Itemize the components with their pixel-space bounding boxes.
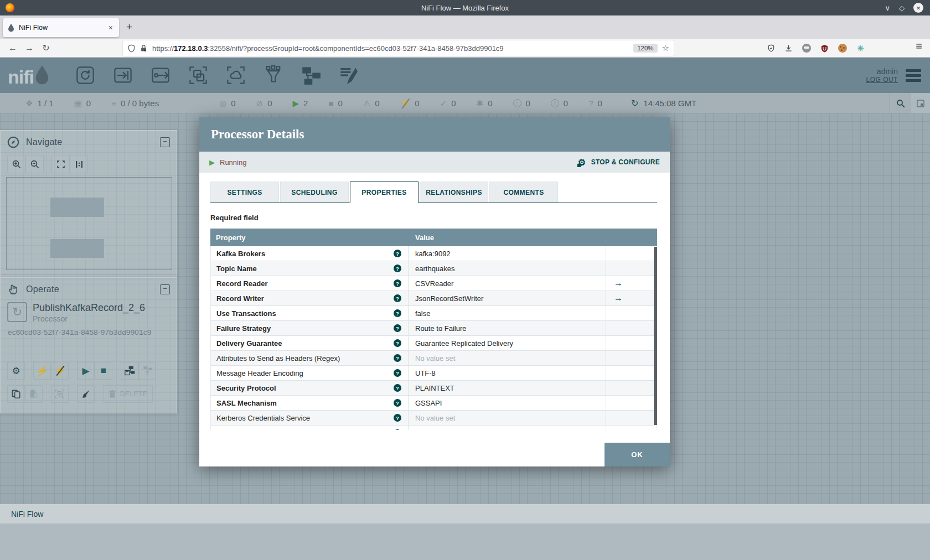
help-icon[interactable]: ? bbox=[394, 399, 401, 407]
back-button-icon[interactable]: ← bbox=[4, 43, 21, 53]
help-icon[interactable]: ? bbox=[394, 414, 401, 422]
help-icon[interactable]: ? bbox=[394, 265, 401, 272]
property-row[interactable]: Failure Strategy ? Route to Failure → bbox=[211, 321, 657, 336]
tab-label: SETTINGS bbox=[227, 189, 262, 196]
connection-lock-icon[interactable] bbox=[140, 44, 148, 53]
dialog-header: Processor Details bbox=[199, 117, 670, 152]
property-row[interactable]: Topic Name ? earthquakes → bbox=[211, 261, 657, 276]
zoom-level-badge[interactable]: 120% bbox=[633, 44, 657, 53]
downloads-icon[interactable] bbox=[784, 44, 793, 53]
help-icon[interactable]: ? bbox=[394, 294, 401, 302]
dialog-tabs: SETTINGS SCHEDULING PROPERTIES RELATIONS… bbox=[210, 182, 657, 203]
table-header: Property Value bbox=[210, 229, 657, 246]
tab-label: PROPERTIES bbox=[361, 189, 406, 196]
url-scheme: https:// bbox=[152, 44, 174, 53]
help-icon[interactable]: ? bbox=[394, 384, 401, 392]
new-tab-button[interactable]: + bbox=[126, 21, 132, 33]
reload-button-icon[interactable]: ↻ bbox=[38, 43, 54, 53]
property-value: CSVReader bbox=[415, 279, 453, 288]
dialog-tab[interactable]: SCHEDULING bbox=[280, 182, 349, 203]
help-icon[interactable]: ? bbox=[394, 429, 401, 431]
property-name: Record Writer bbox=[216, 294, 394, 303]
dialog-tab[interactable]: COMMENTS bbox=[489, 182, 558, 203]
property-row[interactable]: Record Reader ? CSVReader → bbox=[211, 276, 657, 291]
tracking-shield-icon[interactable] bbox=[127, 44, 136, 53]
minimize-button-icon[interactable]: ∨ bbox=[885, 4, 890, 12]
property-value: No value set bbox=[415, 414, 455, 422]
dialog-tab[interactable]: SETTINGS bbox=[210, 182, 279, 203]
run-status-label: Running bbox=[220, 158, 246, 167]
stop-configure-label: STOP & CONFIGURE bbox=[591, 158, 660, 166]
url-host: 172.18.0.3 bbox=[174, 44, 208, 53]
property-value: Route to Failure bbox=[415, 324, 467, 333]
goto-service-icon[interactable]: → bbox=[614, 278, 623, 288]
property-name: Kerberos Credentials Service bbox=[216, 414, 394, 422]
close-button-icon[interactable]: × bbox=[913, 3, 923, 13]
nifi-page: nifi bbox=[0, 58, 930, 560]
forward-button-icon[interactable]: → bbox=[21, 43, 38, 53]
property-row[interactable]: Message Header Encoding ? UTF-8 → bbox=[211, 366, 657, 381]
property-name: Kerberos Service Name bbox=[216, 429, 394, 430]
property-name: Kafka Brokers bbox=[216, 250, 394, 258]
property-name: Topic Name bbox=[216, 265, 394, 273]
tab-label: SCHEDULING bbox=[291, 189, 337, 196]
help-icon[interactable]: ? bbox=[394, 309, 401, 317]
property-value: GSSAPI bbox=[415, 399, 442, 407]
help-icon[interactable]: ? bbox=[394, 250, 401, 257]
url-text[interactable]: https://172.18.0.3:32558/nifi/?processGr… bbox=[152, 44, 633, 53]
property-row[interactable]: Delivery Guarantee ? Guarantee Replicate… bbox=[211, 336, 657, 351]
property-row[interactable]: SASL Mechanism ? GSSAPI → bbox=[211, 396, 657, 411]
stop-and-configure-button[interactable]: ⚙ STOP & CONFIGURE bbox=[578, 157, 660, 168]
property-value: No value set bbox=[415, 354, 455, 362]
browser-tab[interactable]: NiFi Flow × bbox=[3, 18, 119, 37]
browser-titlebar: NiFi Flow — Mozilla Firefox ∨ ◇ × bbox=[0, 0, 930, 15]
tab-strip: NiFi Flow × + bbox=[0, 15, 930, 39]
table-scrollbar[interactable] bbox=[654, 247, 657, 425]
cookie-extension-icon[interactable] bbox=[838, 44, 847, 53]
properties-table: Property Value Kafka Brokers ? kafka:909… bbox=[210, 229, 657, 430]
nifi-drop-favicon-icon bbox=[7, 23, 15, 32]
tab-title: NiFi Flow bbox=[19, 24, 107, 32]
url-bar[interactable]: https://172.18.0.3:32558/nifi/?processGr… bbox=[123, 40, 674, 56]
dialog-title: Processor Details bbox=[211, 127, 304, 142]
pinwheel-extension-icon[interactable]: ✳ bbox=[856, 43, 864, 53]
property-row[interactable]: Kerberos Credentials Service ? No value … bbox=[211, 411, 657, 426]
property-name: Message Header Encoding bbox=[216, 369, 394, 377]
running-icon: ▶ bbox=[209, 158, 215, 167]
url-path: :32558/nifi/?processGroupId=root&compone… bbox=[208, 44, 503, 53]
browser-menu-icon[interactable]: ≡ bbox=[916, 40, 922, 53]
property-name: Use Transactions bbox=[216, 309, 394, 318]
column-property: Property bbox=[210, 234, 409, 242]
shield-extension-icon[interactable] bbox=[767, 44, 775, 53]
property-row[interactable]: Security Protocol ? PLAINTEXT → bbox=[211, 381, 657, 396]
stop-configure-icon: ⚙ bbox=[578, 157, 588, 168]
property-row[interactable]: Kerberos Service Name ? No value set → bbox=[211, 426, 657, 430]
property-value: No value set bbox=[415, 429, 455, 430]
dialog-tab[interactable]: PROPERTIES bbox=[350, 182, 418, 203]
maximize-button-icon[interactable]: ◇ bbox=[899, 4, 905, 12]
property-value: PLAINTEXT bbox=[415, 384, 454, 392]
tab-label: RELATIONSHIPS bbox=[426, 189, 482, 196]
help-icon[interactable]: ? bbox=[394, 339, 401, 347]
table-rows: Kafka Brokers ? kafka:9092 → Topic Name … bbox=[210, 246, 657, 430]
ublock-extension-icon[interactable] bbox=[820, 44, 829, 53]
mask-extension-icon[interactable] bbox=[802, 44, 811, 53]
bookmark-star-icon[interactable]: ☆ bbox=[662, 43, 669, 53]
help-icon[interactable]: ? bbox=[394, 369, 401, 377]
help-icon[interactable]: ? bbox=[394, 354, 401, 362]
dialog-body: SETTINGS SCHEDULING PROPERTIES RELATIONS… bbox=[199, 173, 670, 466]
property-row[interactable]: Kafka Brokers ? kafka:9092 → bbox=[211, 246, 657, 261]
goto-service-icon[interactable]: → bbox=[614, 293, 623, 303]
property-row[interactable]: Attributes to Send as Headers (Regex) ? … bbox=[211, 351, 657, 366]
firefox-logo-icon bbox=[6, 3, 14, 12]
property-row[interactable]: Use Transactions ? false → bbox=[211, 306, 657, 321]
dialog-tab[interactable]: RELATIONSHIPS bbox=[420, 182, 488, 203]
property-name: SASL Mechanism bbox=[216, 399, 394, 407]
column-value: Value bbox=[409, 234, 657, 242]
help-icon[interactable]: ? bbox=[394, 324, 401, 332]
property-value: Guarantee Replicated Delivery bbox=[415, 339, 513, 348]
ok-button[interactable]: OK bbox=[604, 443, 670, 466]
tab-close-icon[interactable]: × bbox=[107, 23, 115, 32]
help-icon[interactable]: ? bbox=[394, 279, 401, 287]
property-row[interactable]: Record Writer ? JsonRecordSetWriter → bbox=[211, 291, 657, 306]
